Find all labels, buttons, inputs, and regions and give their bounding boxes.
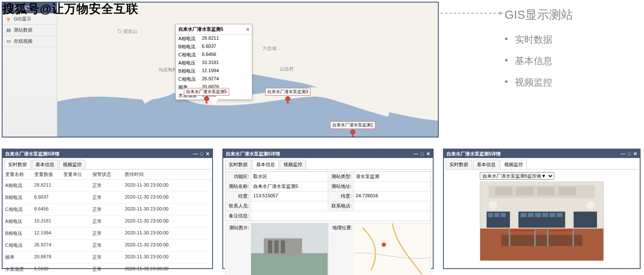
svg-rect-28	[542, 213, 548, 217]
svg-rect-30	[557, 213, 563, 217]
svg-rect-8	[281, 240, 285, 253]
map-canvas[interactable]: ◎ 观音山 六合坡 乌泥甸村 山边村 自来水厂潜水泵监测5 × A相电流28.8…	[57, 3, 438, 137]
video-icon: ▭	[6, 39, 11, 44]
maximize-icon[interactable]: □	[421, 151, 424, 157]
svg-point-9	[382, 243, 386, 247]
svg-rect-25	[520, 213, 526, 217]
tab-realtime[interactable]: 实时数据	[4, 160, 31, 169]
svg-point-0	[204, 97, 209, 101]
caption-item: 视频监控	[505, 76, 644, 89]
svg-rect-29	[549, 213, 555, 217]
svg-rect-34	[509, 229, 511, 246]
svg-point-1	[285, 97, 290, 101]
table-row: C相电压26.9274正常2020-11-30 23:00:00	[3, 240, 212, 252]
pin-icon	[203, 96, 210, 103]
popup-row: C相电压26.9274	[176, 75, 252, 83]
place-label: 乌泥甸村	[158, 67, 177, 73]
sidebar-item-stationdata[interactable]: ▤ 测站数据	[3, 25, 57, 36]
watermark-text: 搜狐号@让万物安全互联	[3, 1, 139, 17]
station-location-label: 地理位置:	[328, 223, 354, 275]
table-header: 变量名称变量数值变量单位报警状态图传时间	[3, 170, 212, 180]
place-label: 山边村	[280, 66, 294, 72]
tab-basic[interactable]: 基本信息	[252, 160, 279, 169]
place-label: ◎ 观音山	[117, 28, 137, 35]
close-icon[interactable]: ✕	[426, 151, 430, 157]
panel-title: 自来水厂潜水泵监测5详情	[5, 151, 59, 157]
svg-rect-35	[534, 229, 536, 246]
pin-icon	[284, 96, 292, 103]
tab-basic[interactable]: 基本信息	[32, 160, 58, 169]
station-image-label: 测站图片:	[225, 223, 251, 275]
minimize-icon[interactable]: —	[620, 151, 625, 157]
svg-rect-7	[275, 240, 279, 253]
table-row: A相电压10.3181正常2020-11-30 23:00:00	[3, 216, 212, 228]
table-row: C相电流8.6456正常2020-11-30 23:00:00	[3, 204, 212, 216]
mini-map[interactable]	[354, 223, 431, 275]
video-camera-select[interactable]: 自来水厂潜水泵监测5监控画▼	[480, 172, 554, 180]
svg-rect-6	[268, 240, 272, 253]
sidebar-item-label: 在线视频	[14, 38, 32, 44]
place-label: 六合坡	[263, 45, 277, 52]
map-marker[interactable]: 自来水厂潜水泵监测1	[330, 121, 375, 137]
tab-video[interactable]: 视频监控	[500, 160, 527, 169]
svg-rect-15	[538, 187, 555, 196]
tab-basic[interactable]: 基本信息	[473, 160, 499, 169]
table-row: B相电压12.1994正常2020-11-30 23:00:00	[3, 228, 212, 240]
caption-title: GIS显示测站	[505, 7, 644, 23]
svg-rect-24	[501, 213, 506, 217]
svg-rect-27	[535, 213, 541, 217]
basic-info-grid: 功能区:取水区 测站类型:潜水泵监测 测站名称:自来水厂潜水泵监测5 测站地址:…	[225, 171, 431, 221]
caption-item: 基本信息	[505, 55, 644, 67]
panel-title: 自来水厂潜水泵监测5详情	[226, 151, 280, 157]
annotation-arrow	[440, 13, 500, 14]
bulb-icon: ◉	[6, 17, 11, 22]
popup-row: A相电流28.8211	[176, 35, 252, 43]
pin-icon	[349, 129, 357, 137]
close-icon[interactable]: ✕	[206, 151, 210, 157]
svg-point-18	[586, 201, 595, 210]
svg-rect-13	[495, 187, 512, 196]
svg-rect-22	[488, 213, 493, 217]
table-row: A相电流28.8211正常2020-11-30 23:00:00	[3, 180, 212, 192]
marker-label: 自来水厂潜水泵监测1	[330, 121, 375, 129]
close-icon[interactable]: ✕	[633, 151, 637, 157]
data-icon: ▤	[6, 28, 11, 33]
detail-panel-basic: 自来水厂潜水泵监测5详情 —□✕ 实时数据 基本信息 视频监控 功能区:取水区 …	[222, 149, 434, 269]
panel-title: 自来水厂潜水泵监测5详情	[446, 151, 501, 157]
svg-rect-16	[559, 187, 576, 196]
annotation-caption: GIS显示测站 实时数据 基本信息 视频监控	[505, 7, 644, 97]
sidebar-item-video[interactable]: ▭ 在线视频	[3, 36, 57, 47]
detail-panel-video: 自来水厂潜水泵监测5详情 —□✕ 实时数据 基本信息 视频监控 自来水厂潜水泵监…	[443, 149, 641, 269]
map-marker[interactable]: 自来水厂潜水泵监测3	[265, 88, 310, 103]
popup-row: B相电压12.1994	[176, 67, 252, 75]
svg-rect-23	[494, 213, 499, 217]
svg-rect-37	[572, 229, 574, 246]
tab-realtime[interactable]: 实时数据	[225, 160, 251, 169]
maximize-icon[interactable]: □	[628, 151, 631, 157]
svg-rect-26	[528, 213, 534, 217]
detail-panel-realtime: 自来水厂潜水泵监测5详情 — □ ✕ 实时数据 基本信息 视频监控 变量名称变量…	[2, 149, 213, 269]
tab-video[interactable]: 视频监控	[59, 160, 86, 169]
maximize-icon[interactable]: □	[200, 151, 203, 157]
control-room-image	[480, 182, 603, 261]
table-row: 水泵温度5.5182正常2020-11-30 23:00:00	[3, 263, 212, 275]
svg-point-2	[350, 130, 355, 135]
svg-rect-21	[573, 212, 597, 228]
minimize-icon[interactable]: —	[193, 151, 198, 157]
sidebar: ▦ 测点实时 « ◉ GIS显示 ▤ 测站数据 ▭ 在线视频	[3, 3, 57, 137]
gis-map-window: ▦ 测点实时 « ◉ GIS显示 ▤ 测站数据 ▭ 在线视频 ◎ 观音山 六合坡…	[2, 2, 439, 138]
marker-label: 自来水厂潜水泵监测3	[265, 88, 310, 96]
table-row: B相电流6.6037正常2020-11-30 23:00:00	[3, 192, 212, 204]
tab-realtime[interactable]: 实时数据	[446, 160, 472, 169]
tab-video[interactable]: 视频监控	[280, 160, 306, 169]
popup-row: C相电流8.6456	[176, 51, 252, 59]
marker-label: 自来水厂潜水泵监测5	[184, 88, 229, 96]
map-marker[interactable]: 自来水厂潜水泵监测5	[184, 88, 229, 103]
station-image	[251, 223, 328, 275]
svg-rect-31	[502, 235, 582, 246]
popup-row: B相电流6.6037	[176, 43, 252, 51]
minimize-icon[interactable]: —	[414, 151, 418, 157]
close-icon[interactable]: ×	[246, 26, 249, 32]
sidebar-item-label: 测站数据	[14, 27, 32, 33]
svg-rect-14	[516, 187, 533, 196]
